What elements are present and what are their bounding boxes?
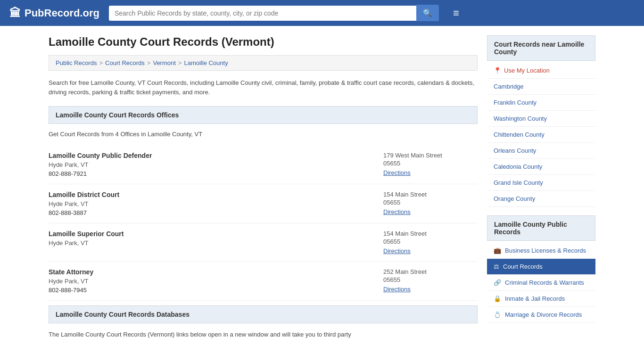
sidebar-item-chittenden[interactable]: Chittenden County xyxy=(487,127,595,143)
sidebar-item-cambridge[interactable]: Cambridge xyxy=(487,79,595,95)
office-address-2: 154 Main Street xyxy=(383,191,478,198)
header: 🏛 PubRecord.org 🔍 ≡ xyxy=(0,0,644,26)
office-name-3: Lamoille Superior Court xyxy=(49,230,124,238)
sidebar-item-caledonia[interactable]: Caledonia County xyxy=(487,159,595,175)
office-city-2: Hyde Park, VT xyxy=(49,200,119,207)
briefcase-icon: 💼 xyxy=(494,247,501,254)
use-location-label: Use My Location xyxy=(504,67,550,74)
office-name-4: State Attorney xyxy=(49,268,93,276)
lock-icon: 🔒 xyxy=(494,295,501,302)
office-address-1: 179 West Main Street xyxy=(383,152,478,159)
office-name-2: Lamoille District Court xyxy=(49,191,119,198)
offices-section-header: Lamoille County Court Records Offices xyxy=(49,106,478,124)
breadcrumb-public-records[interactable]: Public Records xyxy=(56,59,97,66)
breadcrumb-vermont[interactable]: Vermont xyxy=(153,59,175,66)
office-city-1: Hyde Park, VT xyxy=(49,161,152,168)
location-pin-icon: 📍 xyxy=(494,67,501,74)
office-city-4: Hyde Park, VT xyxy=(49,278,93,285)
search-input[interactable] xyxy=(109,6,416,21)
office-entry-3: Lamoille Superior Court Hyde Park, VT 15… xyxy=(49,223,478,262)
sidebar-item-marriage-records[interactable]: 💍 Marriage & Divorce Records xyxy=(487,307,595,323)
office-left-1: Lamoille County Public Defender Hyde Par… xyxy=(49,152,152,177)
office-left-2: Lamoille District Court Hyde Park, VT 80… xyxy=(49,191,119,216)
office-zip-4: 05655 xyxy=(383,276,478,283)
menu-button[interactable]: ≡ xyxy=(453,7,459,19)
sidebar: Court Records near Lamoille County 📍 Use… xyxy=(487,35,595,339)
breadcrumb: Public Records > Court Records > Vermont… xyxy=(49,55,478,71)
office-zip-3: 05655 xyxy=(383,238,478,245)
logo[interactable]: 🏛 PubRecord.org xyxy=(9,7,99,20)
scales-icon: ⚖ xyxy=(494,263,499,270)
sidebar-item-court-records[interactable]: ⚖ Court Records xyxy=(487,259,595,275)
office-address-4: 252 Main Street xyxy=(383,268,478,275)
databases-section: Lamoille County Court Records Databases … xyxy=(49,305,478,339)
office-name-1: Lamoille County Public Defender xyxy=(49,152,152,159)
office-address-3: 154 Main Street xyxy=(383,230,478,237)
criminal-records-label: Criminal Records & Warrants xyxy=(505,279,584,286)
court-records-label: Court Records xyxy=(503,263,543,270)
sidebar-item-grand-isle[interactable]: Grand Isle County xyxy=(487,175,595,191)
databases-description: The Lamoille County Court Records (Vermo… xyxy=(49,330,478,339)
breadcrumb-lamoille-county[interactable]: Lamoille County xyxy=(184,59,228,66)
office-entry-4: State Attorney Hyde Park, VT 802-888-794… xyxy=(49,262,478,301)
office-right-1: 179 West Main Street 05655 Directions xyxy=(383,152,478,176)
sidebar-item-franklin[interactable]: Franklin County xyxy=(487,95,595,111)
office-left-3: Lamoille Superior Court Hyde Park, VT xyxy=(49,230,124,248)
business-licenses-label: Business Licenses & Records xyxy=(505,247,586,254)
office-phone-1: 802-888-7921 xyxy=(49,170,152,177)
sidebar-nearby-list: 📍 Use My Location Cambridge Franklin Cou… xyxy=(487,63,595,207)
directions-link-2[interactable]: Directions xyxy=(383,208,411,215)
office-right-4: 252 Main Street 05655 Directions xyxy=(383,268,478,293)
ring-icon: 💍 xyxy=(494,311,501,318)
search-button[interactable]: 🔍 xyxy=(416,5,439,21)
office-entry-1: Lamoille County Public Defender Hyde Par… xyxy=(49,145,478,184)
sidebar-item-orleans[interactable]: Orleans County xyxy=(487,143,595,159)
sidebar-public-records-list: 💼 Business Licenses & Records ⚖ Court Re… xyxy=(487,243,595,323)
office-phone-4: 802-888-7945 xyxy=(49,287,93,294)
office-city-3: Hyde Park, VT xyxy=(49,239,124,247)
office-left-4: State Attorney Hyde Park, VT 802-888-794… xyxy=(49,268,93,294)
page-description: Search for free Lamoille County, VT Cour… xyxy=(49,78,478,97)
offices-count: Get Court Records from 4 Offices in Lamo… xyxy=(49,131,478,138)
office-right-3: 154 Main Street 05655 Directions xyxy=(383,230,478,255)
sidebar-use-location[interactable]: 📍 Use My Location xyxy=(487,63,595,79)
office-zip-1: 05655 xyxy=(383,160,478,167)
chain-icon: 🔗 xyxy=(494,279,501,286)
breadcrumb-sep-1: > xyxy=(99,59,103,66)
breadcrumb-court-records[interactable]: Court Records xyxy=(105,59,145,66)
office-right-2: 154 Main Street 05655 Directions xyxy=(383,191,478,215)
office-entry-2: Lamoille District Court Hyde Park, VT 80… xyxy=(49,184,478,223)
sidebar-public-records-header: Lamoille County Public Records xyxy=(487,215,595,241)
inmate-records-label: Inmate & Jail Records xyxy=(505,295,565,302)
directions-link-3[interactable]: Directions xyxy=(383,247,411,255)
sidebar-item-criminal-records[interactable]: 🔗 Criminal Records & Warrants xyxy=(487,275,595,291)
directions-link-4[interactable]: Directions xyxy=(383,286,411,293)
sidebar-item-business-licenses[interactable]: 💼 Business Licenses & Records xyxy=(487,243,595,259)
sidebar-item-orange[interactable]: Orange County xyxy=(487,191,595,207)
logo-text: PubRecord.org xyxy=(25,7,99,19)
page-title: Lamoille County Court Records (Vermont) xyxy=(49,35,478,49)
sidebar-nearby-header: Court Records near Lamoille County xyxy=(487,35,595,61)
office-zip-2: 05655 xyxy=(383,199,478,206)
main-container: Lamoille County Court Records (Vermont) … xyxy=(39,26,605,349)
logo-icon: 🏛 xyxy=(9,7,21,20)
directions-link-1[interactable]: Directions xyxy=(383,169,411,176)
breadcrumb-sep-3: > xyxy=(178,59,182,66)
breadcrumb-sep-2: > xyxy=(147,59,151,66)
office-phone-2: 802-888-3887 xyxy=(49,209,119,216)
hamburger-icon: ≡ xyxy=(453,7,459,19)
sidebar-item-washington[interactable]: Washington County xyxy=(487,111,595,127)
content-area: Lamoille County Court Records (Vermont) … xyxy=(49,35,478,339)
marriage-records-label: Marriage & Divorce Records xyxy=(505,311,582,318)
search-icon: 🔍 xyxy=(423,9,432,17)
sidebar-item-inmate-records[interactable]: 🔒 Inmate & Jail Records xyxy=(487,291,595,307)
search-area: 🔍 xyxy=(109,5,439,21)
databases-section-header: Lamoille County Court Records Databases xyxy=(49,305,478,323)
